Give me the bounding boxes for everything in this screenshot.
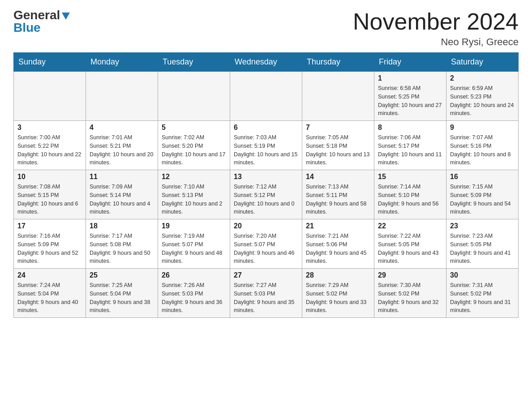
day-number: 13 xyxy=(234,173,298,181)
day-number: 4 xyxy=(90,124,154,132)
calendar-day-cell: 15Sunrise: 7:14 AMSunset: 5:10 PMDayligh… xyxy=(374,170,446,219)
day-number: 27 xyxy=(234,271,298,279)
day-info: Sunrise: 7:15 AMSunset: 5:09 PMDaylight:… xyxy=(450,183,515,216)
day-info: Sunrise: 7:02 AMSunset: 5:20 PMDaylight:… xyxy=(162,133,226,167)
calendar-day-cell: 8Sunrise: 7:06 AMSunset: 5:17 PMDaylight… xyxy=(374,121,446,170)
header-wednesday: Wednesday xyxy=(230,53,302,72)
calendar-day-cell: 17Sunrise: 7:16 AMSunset: 5:09 PMDayligh… xyxy=(14,219,86,269)
calendar-day-cell: 21Sunrise: 7:21 AMSunset: 5:06 PMDayligh… xyxy=(302,219,374,269)
calendar-day-cell: 12Sunrise: 7:10 AMSunset: 5:13 PMDayligh… xyxy=(158,170,230,219)
calendar-day-cell: 24Sunrise: 7:24 AMSunset: 5:04 PMDayligh… xyxy=(14,269,86,318)
day-number: 10 xyxy=(17,173,82,181)
calendar-day-cell xyxy=(86,72,158,121)
calendar-day-cell: 19Sunrise: 7:19 AMSunset: 5:07 PMDayligh… xyxy=(158,219,230,269)
calendar-day-cell: 3Sunrise: 7:00 AMSunset: 5:22 PMDaylight… xyxy=(14,121,86,170)
calendar-week-row: 1Sunrise: 6:58 AMSunset: 5:25 PMDaylight… xyxy=(14,72,519,121)
calendar-day-cell: 4Sunrise: 7:01 AMSunset: 5:21 PMDaylight… xyxy=(86,121,158,170)
day-info: Sunrise: 7:24 AMSunset: 5:04 PMDaylight:… xyxy=(17,281,82,315)
header-monday: Monday xyxy=(86,53,158,72)
calendar-day-cell: 10Sunrise: 7:08 AMSunset: 5:15 PMDayligh… xyxy=(14,170,86,219)
header-tuesday: Tuesday xyxy=(158,53,230,72)
calendar-day-cell: 7Sunrise: 7:05 AMSunset: 5:18 PMDaylight… xyxy=(302,121,374,170)
day-number: 18 xyxy=(90,222,154,230)
logo-blue-text: Blue xyxy=(13,21,41,34)
day-number: 3 xyxy=(17,124,82,132)
header-saturday: Saturday xyxy=(446,53,519,72)
day-number: 16 xyxy=(450,173,515,181)
day-info: Sunrise: 7:03 AMSunset: 5:19 PMDaylight:… xyxy=(234,133,298,167)
calendar-day-cell: 6Sunrise: 7:03 AMSunset: 5:19 PMDaylight… xyxy=(230,121,302,170)
day-number: 23 xyxy=(450,222,515,230)
calendar-day-cell: 28Sunrise: 7:29 AMSunset: 5:02 PMDayligh… xyxy=(302,269,374,318)
calendar-day-cell: 13Sunrise: 7:12 AMSunset: 5:12 PMDayligh… xyxy=(230,170,302,219)
day-number: 28 xyxy=(306,271,370,279)
calendar-day-cell: 22Sunrise: 7:22 AMSunset: 5:05 PMDayligh… xyxy=(374,219,446,269)
day-number: 25 xyxy=(90,271,154,279)
day-number: 12 xyxy=(162,173,226,181)
location-label: Neo Rysi, Greece xyxy=(353,36,519,48)
calendar-day-cell xyxy=(302,72,374,121)
header-friday: Friday xyxy=(374,53,446,72)
day-number: 7 xyxy=(306,124,370,132)
calendar-day-cell: 23Sunrise: 7:23 AMSunset: 5:05 PMDayligh… xyxy=(446,219,519,269)
logo-triangle-icon xyxy=(61,11,71,21)
day-number: 26 xyxy=(162,271,226,279)
logo: General Blue xyxy=(13,9,71,34)
calendar-day-cell: 20Sunrise: 7:20 AMSunset: 5:07 PMDayligh… xyxy=(230,219,302,269)
day-info: Sunrise: 7:17 AMSunset: 5:08 PMDaylight:… xyxy=(90,232,154,265)
day-info: Sunrise: 7:08 AMSunset: 5:15 PMDaylight:… xyxy=(17,183,82,216)
calendar-week-row: 10Sunrise: 7:08 AMSunset: 5:15 PMDayligh… xyxy=(14,170,519,219)
day-info: Sunrise: 7:19 AMSunset: 5:07 PMDaylight:… xyxy=(162,232,226,265)
header-sunday: Sunday xyxy=(14,53,86,72)
calendar-day-cell: 26Sunrise: 7:26 AMSunset: 5:03 PMDayligh… xyxy=(158,269,230,318)
day-info: Sunrise: 7:00 AMSunset: 5:22 PMDaylight:… xyxy=(17,133,82,167)
day-number: 11 xyxy=(90,173,154,181)
day-number: 29 xyxy=(378,271,442,279)
day-number: 24 xyxy=(17,271,82,279)
day-number: 22 xyxy=(378,222,442,230)
title-block: November 2024 Neo Rysi, Greece xyxy=(353,9,519,48)
day-info: Sunrise: 7:21 AMSunset: 5:06 PMDaylight:… xyxy=(306,232,370,265)
calendar-day-cell: 25Sunrise: 7:25 AMSunset: 5:04 PMDayligh… xyxy=(86,269,158,318)
calendar-day-cell: 14Sunrise: 7:13 AMSunset: 5:11 PMDayligh… xyxy=(302,170,374,219)
day-info: Sunrise: 7:01 AMSunset: 5:21 PMDaylight:… xyxy=(90,133,154,167)
svg-marker-0 xyxy=(62,13,70,20)
day-info: Sunrise: 7:14 AMSunset: 5:10 PMDaylight:… xyxy=(378,183,442,216)
day-number: 17 xyxy=(17,222,82,230)
calendar-day-cell: 9Sunrise: 7:07 AMSunset: 5:16 PMDaylight… xyxy=(446,121,519,170)
day-info: Sunrise: 7:22 AMSunset: 5:05 PMDaylight:… xyxy=(378,232,442,265)
day-info: Sunrise: 7:26 AMSunset: 5:03 PMDaylight:… xyxy=(162,281,226,315)
day-number: 15 xyxy=(378,173,442,181)
day-info: Sunrise: 7:27 AMSunset: 5:03 PMDaylight:… xyxy=(234,281,298,315)
day-number: 19 xyxy=(162,222,226,230)
day-info: Sunrise: 7:13 AMSunset: 5:11 PMDaylight:… xyxy=(306,183,370,216)
calendar-day-cell: 27Sunrise: 7:27 AMSunset: 5:03 PMDayligh… xyxy=(230,269,302,318)
day-info: Sunrise: 7:31 AMSunset: 5:02 PMDaylight:… xyxy=(450,281,515,315)
page-header: General Blue November 2024 Neo Rysi, Gre… xyxy=(13,9,519,48)
day-number: 9 xyxy=(450,124,515,132)
calendar-day-cell: 11Sunrise: 7:09 AMSunset: 5:14 PMDayligh… xyxy=(86,170,158,219)
day-number: 30 xyxy=(450,271,515,279)
calendar-week-row: 17Sunrise: 7:16 AMSunset: 5:09 PMDayligh… xyxy=(14,219,519,269)
calendar-day-cell xyxy=(230,72,302,121)
day-number: 21 xyxy=(306,222,370,230)
day-number: 2 xyxy=(450,74,515,82)
day-info: Sunrise: 7:20 AMSunset: 5:07 PMDaylight:… xyxy=(234,232,298,265)
calendar-day-cell: 2Sunrise: 6:59 AMSunset: 5:23 PMDaylight… xyxy=(446,72,519,121)
header-thursday: Thursday xyxy=(302,53,374,72)
day-number: 20 xyxy=(234,222,298,230)
day-number: 6 xyxy=(234,124,298,132)
month-title: November 2024 xyxy=(353,9,519,34)
calendar-day-cell: 5Sunrise: 7:02 AMSunset: 5:20 PMDaylight… xyxy=(158,121,230,170)
calendar-week-row: 24Sunrise: 7:24 AMSunset: 5:04 PMDayligh… xyxy=(14,269,519,318)
day-info: Sunrise: 7:25 AMSunset: 5:04 PMDaylight:… xyxy=(90,281,154,315)
day-info: Sunrise: 7:30 AMSunset: 5:02 PMDaylight:… xyxy=(378,281,442,315)
calendar-day-cell: 29Sunrise: 7:30 AMSunset: 5:02 PMDayligh… xyxy=(374,269,446,318)
day-info: Sunrise: 7:16 AMSunset: 5:09 PMDaylight:… xyxy=(17,232,82,265)
day-info: Sunrise: 6:58 AMSunset: 5:25 PMDaylight:… xyxy=(378,84,442,118)
day-number: 14 xyxy=(306,173,370,181)
calendar-header-row: SundayMondayTuesdayWednesdayThursdayFrid… xyxy=(14,53,519,72)
calendar-day-cell xyxy=(14,72,86,121)
day-number: 1 xyxy=(378,74,442,82)
day-info: Sunrise: 7:23 AMSunset: 5:05 PMDaylight:… xyxy=(450,232,515,265)
